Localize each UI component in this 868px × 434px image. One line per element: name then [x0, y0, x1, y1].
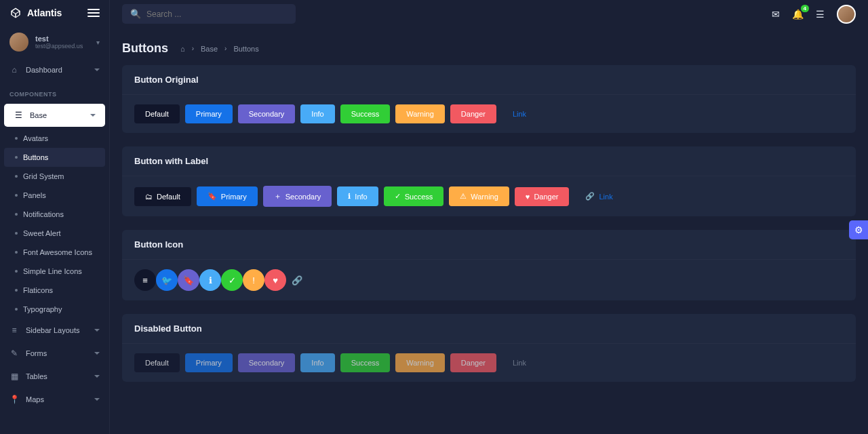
sidebar-toggle[interactable]	[87, 7, 100, 19]
btn-warning-disabled: Warning	[395, 353, 445, 372]
sidebar-user[interactable]: test test@appseed.us ▾	[0, 26, 109, 58]
align-icon: ≡	[142, 275, 148, 285]
btn-secondary-label[interactable]: ＋Secondary	[263, 186, 332, 207]
check-icon: ✓	[395, 192, 401, 201]
card-title: Button Icon	[122, 230, 856, 260]
search-box[interactable]: 🔍	[122, 4, 296, 24]
btn-primary-label[interactable]: 🔖Primary	[197, 186, 258, 206]
nav-layouts[interactable]: ≡ Sidebar Layouts	[0, 319, 109, 342]
topbar: 🔍 ✉ 🔔4 ☰	[110, 0, 868, 28]
notification-badge: 4	[801, 5, 809, 12]
gear-icon: ⚙	[854, 224, 863, 235]
sidebar-nav: ⌂ Dashboard COMPONENTS ☰ Base Avatars Bu…	[0, 58, 109, 434]
iconbtn-success[interactable]: ✓	[221, 269, 243, 291]
user-name: test	[35, 35, 83, 43]
sidebar: Atlantis test test@appseed.us ▾ ⌂ Dashbo…	[0, 0, 110, 434]
brand-name: Atlantis	[27, 7, 62, 18]
twitter-icon: 🐦	[161, 275, 172, 285]
heart-icon: ♥	[273, 275, 278, 285]
card-title: Button Original	[122, 65, 856, 95]
card-button-disabled: Disabled Button Default Primary Secondar…	[122, 314, 856, 382]
form-icon: ✎	[9, 349, 19, 358]
btn-info[interactable]: Info	[300, 104, 334, 123]
subnav-flaticons[interactable]: Flaticons	[0, 281, 109, 300]
iconbtn-secondary[interactable]: 🔖	[178, 269, 199, 291]
link-icon: 🔗	[585, 192, 595, 201]
search-icon: 🔍	[130, 9, 141, 19]
chevron-right-icon: ›	[192, 45, 194, 52]
layers-top-icon[interactable]: ☰	[816, 9, 825, 20]
btn-secondary[interactable]: Secondary	[238, 104, 296, 123]
brand-logo[interactable]: Atlantis	[9, 7, 62, 19]
nav-tables[interactable]: ▦ Tables	[0, 365, 109, 388]
subnav-sweetalert[interactable]: Sweet Alert	[0, 224, 109, 243]
chevron-right-icon: ›	[224, 45, 226, 52]
btn-link[interactable]: Link	[502, 104, 537, 123]
iconbtn-danger[interactable]: ♥	[264, 269, 286, 291]
card-button-label: Button with Label 🗂Default 🔖Primary ＋Sec…	[122, 146, 856, 216]
card-button-original: Button Original Default Primary Secondar…	[122, 65, 856, 133]
subnav-notifications[interactable]: Notifications	[0, 205, 109, 224]
info-icon: ℹ	[209, 275, 212, 285]
user-email: test@appseed.us	[35, 43, 83, 50]
breadcrumb-current: Buttons	[233, 45, 258, 53]
iconbtn-primary[interactable]: 🐦	[156, 269, 178, 291]
nav-section-components: COMPONENTS	[0, 81, 109, 102]
nav-base[interactable]: ☰ Base	[4, 104, 105, 127]
subnav-avatars[interactable]: Avatars	[0, 129, 109, 148]
user-avatar	[9, 33, 28, 52]
btn-default-disabled: Default	[134, 353, 180, 372]
heart-icon: ♥	[526, 193, 530, 201]
check-icon: ✓	[229, 275, 236, 285]
btn-secondary-disabled: Secondary	[238, 353, 296, 372]
card-title: Disabled Button	[122, 314, 856, 344]
topbar-avatar[interactable]	[837, 5, 856, 24]
plus-icon: ＋	[274, 191, 281, 201]
btn-danger-label[interactable]: ♥Danger	[515, 187, 570, 206]
btn-success[interactable]: Success	[340, 104, 391, 123]
btn-danger[interactable]: Danger	[450, 104, 496, 123]
exclaim-icon: ⚠	[460, 192, 467, 201]
home-icon[interactable]: ⌂	[180, 45, 185, 53]
subnav-panels[interactable]: Panels	[0, 186, 109, 205]
btn-success-label[interactable]: ✓Success	[384, 186, 444, 206]
btn-info-disabled: Info	[300, 353, 334, 372]
nav-dashboard[interactable]: ⌂ Dashboard	[0, 58, 109, 81]
iconbtn-warning[interactable]: !	[243, 269, 264, 291]
mail-icon[interactable]: ✉	[772, 9, 780, 20]
bookmark-icon: 🔖	[208, 192, 217, 201]
nav-forms[interactable]: ✎ Forms	[0, 342, 109, 365]
atlantis-logo-icon	[9, 7, 22, 19]
settings-fab[interactable]: ⚙	[849, 220, 868, 239]
chevron-down-icon: ▾	[96, 39, 100, 46]
btn-warning[interactable]: Warning	[395, 104, 445, 123]
list-icon: ≡	[9, 326, 19, 335]
nav-maps[interactable]: 📍 Maps	[0, 388, 109, 411]
breadcrumb-base[interactable]: Base	[201, 45, 218, 53]
bookmark-icon: 🔖	[183, 275, 194, 285]
iconbtn-link[interactable]: 🔗	[286, 269, 308, 291]
btn-primary[interactable]: Primary	[185, 104, 233, 123]
card-title: Button with Label	[122, 146, 856, 176]
table-icon: ▦	[9, 372, 19, 381]
bell-icon[interactable]: 🔔4	[792, 9, 804, 20]
pin-icon: 📍	[9, 395, 19, 404]
iconbtn-default[interactable]: ≡	[134, 269, 156, 291]
archive-icon: 🗂	[145, 193, 153, 201]
btn-info-label[interactable]: ℹInfo	[337, 186, 378, 206]
subnav-fa[interactable]: Font Awesome Icons	[0, 243, 109, 262]
subnav-grid[interactable]: Grid System	[0, 167, 109, 186]
btn-default[interactable]: Default	[134, 104, 180, 123]
subnav-buttons[interactable]: Buttons	[4, 148, 105, 167]
subnav-typography[interactable]: Typography	[0, 300, 109, 319]
search-input[interactable]	[146, 9, 288, 19]
btn-default-label[interactable]: 🗂Default	[134, 187, 191, 206]
layers-icon: ☰	[14, 111, 23, 120]
iconbtn-info[interactable]: ℹ	[199, 269, 221, 291]
subnav-simple[interactable]: Simple Line Icons	[0, 262, 109, 281]
btn-warning-label[interactable]: ⚠Warning	[449, 186, 509, 206]
btn-link-disabled: Link	[502, 353, 537, 372]
btn-success-disabled: Success	[340, 353, 391, 372]
info-icon: ℹ	[348, 192, 351, 201]
btn-link-label[interactable]: 🔗Link	[574, 186, 623, 206]
